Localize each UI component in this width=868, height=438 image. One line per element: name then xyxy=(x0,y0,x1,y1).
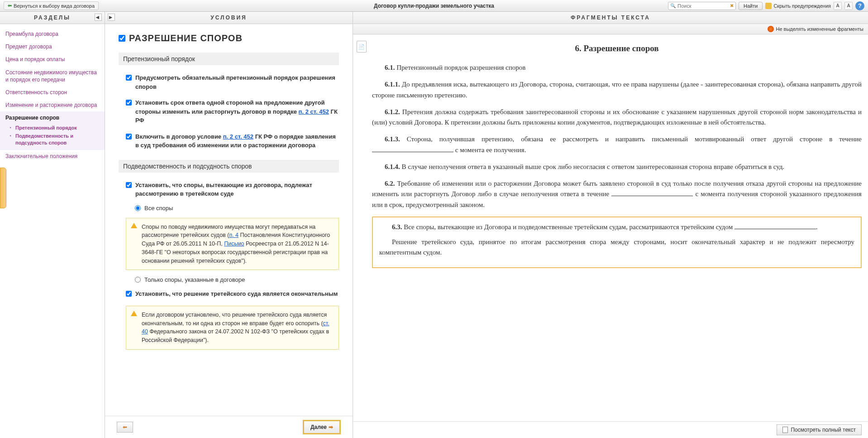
check-item-4: Установить, что споры, вытекающие из дог… xyxy=(119,177,339,202)
section-title: РАЗРЕШЕНИЕ СПОРОВ xyxy=(119,33,339,43)
check-item-5: Установить, что решение третейского суда… xyxy=(119,286,339,302)
document-title: Договор купли-продажи земельного участка xyxy=(374,3,494,9)
font-size-decrease-button[interactable]: A xyxy=(834,2,842,10)
para-6-1-2: 6.1.2. Претензия должна содержать требов… xyxy=(372,107,862,128)
section-checkbox[interactable] xyxy=(119,35,125,42)
check-label: Установить, что решение третейского суда… xyxy=(135,289,338,298)
conditions-header-label: УСЛОВИЯ xyxy=(210,14,247,21)
check-label: Установить срок ответа одной стороной на… xyxy=(135,98,339,125)
full-text-label: Посмотреть полный текст xyxy=(791,427,856,433)
search-box: 🔍 ✖ xyxy=(668,2,736,10)
sidebar-item-final[interactable]: Заключительные положения xyxy=(5,150,99,163)
checkbox-response-time[interactable] xyxy=(126,100,132,106)
fragments-body: 📄 6. Разрешение споров 6.1. Претензионны… xyxy=(353,34,868,421)
sidebar-item-label: Разрешение споров xyxy=(5,115,59,121)
highlighted-block: 6.3. Все споры, вытекающие из Договора и… xyxy=(372,217,862,268)
hide-warnings-label: Скрыть предупреждения xyxy=(773,3,831,9)
checkbox-final-decision[interactable] xyxy=(126,291,132,297)
warning-box-arbitration: Споры по поводу недвижимого имущества мо… xyxy=(126,218,339,270)
left-edge-tab[interactable] xyxy=(0,168,6,208)
hide-warnings-button[interactable]: Скрыть предупреждения xyxy=(765,3,831,9)
check-item-3: Включить в договор условие п. 2 ст. 452 … xyxy=(119,129,339,154)
blank-field xyxy=(734,229,816,229)
radio-label: Только споры, указанные в договоре xyxy=(144,276,245,283)
checkbox-arbitration[interactable] xyxy=(126,182,132,188)
check-label: Установить, что споры, вытекающие из дог… xyxy=(135,181,339,198)
para-6-3-cont: Решение третейского суда, принятое по ит… xyxy=(379,237,854,258)
warning-triangle-icon xyxy=(131,223,137,228)
sidebar-item-liability[interactable]: Ответственность сторон xyxy=(5,86,99,99)
checkbox-claim-procedure[interactable] xyxy=(126,75,132,81)
toolbar-right: 🔍 ✖ Найти Скрыть предупреждения A A ? xyxy=(668,1,864,10)
law-link[interactable]: п. 2 ст. 452 xyxy=(223,133,253,140)
sidebar-sub-jurisdiction[interactable]: Подведомственность и подсудность споров xyxy=(10,132,99,147)
sidebar-item-termination[interactable]: Изменение и расторжение договора xyxy=(5,99,99,111)
law-link[interactable]: п. 2 ст. 452 xyxy=(299,108,329,115)
radio-label: Все споры xyxy=(144,205,173,212)
main-layout: РАЗДЕЛЫ ◀ Преамбула договора Предмет дог… xyxy=(0,12,868,438)
sidebar-header-label: РАЗДЕЛЫ xyxy=(34,14,71,21)
section-title-label: РАЗРЕШЕНИЕ СПОРОВ xyxy=(129,33,243,43)
sidebar-item-disputes[interactable]: Разрешение споров Претензионный порядок … xyxy=(0,111,105,150)
back-button[interactable]: ⬅ Вернуться к выбору вида договора xyxy=(4,1,99,10)
fragment-title: 6. Разрешение споров xyxy=(372,43,862,53)
font-size-increase-button[interactable]: A xyxy=(844,2,853,10)
top-toolbar: ⬅ Вернуться к выбору вида договора Догов… xyxy=(0,0,868,12)
sidebar-sublist: Претензионный порядок Подведомственность… xyxy=(5,124,99,148)
document-icon xyxy=(782,427,788,433)
para-6-3: 6.3. Все споры, вытекающие из Договора и… xyxy=(379,222,854,232)
document-side-icon[interactable]: 📄 xyxy=(357,41,367,53)
expand-conditions-button[interactable]: ▶ xyxy=(108,14,115,21)
sidebar-item-preamble[interactable]: Преамбула договора xyxy=(5,28,99,40)
subsection-jurisdiction: Подведомственность и подсудность споров xyxy=(119,160,339,173)
conditions-footer: ⬅ Далее ➡ xyxy=(105,416,353,438)
sidebar-body: Преамбула договора Предмет договора Цена… xyxy=(0,24,105,166)
para-6-1: 6.1. Претензионный порядок разрешения сп… xyxy=(372,63,862,73)
search-input[interactable] xyxy=(676,2,730,10)
arrow-left-icon: ⬅ xyxy=(8,3,12,9)
check-item-1: Предусмотреть обязательный претензионный… xyxy=(119,70,339,95)
fragments-panel: ФРАГМЕНТЫ ТЕКСТА Не выделять измененные … xyxy=(353,12,868,438)
full-text-button[interactable]: Посмотреть полный текст xyxy=(777,424,862,435)
warning-triangle-icon xyxy=(131,311,137,316)
law-link[interactable]: п. 4 xyxy=(229,232,238,238)
check-label: Предусмотреть обязательный претензионный… xyxy=(135,73,339,91)
toggle-highlight-button[interactable]: Не выделять измененные фрагменты xyxy=(768,26,863,32)
fragments-toolbar: Не выделять измененные фрагменты xyxy=(353,24,868,34)
law-link[interactable]: Письмо xyxy=(224,241,244,247)
blank-field xyxy=(611,196,693,196)
para-6-1-4: 6.1.4. В случае неполучения ответа в ука… xyxy=(372,162,862,172)
blank-field xyxy=(372,152,453,152)
para-6-1-1: 6.1.1. До предъявления иска, вытекающего… xyxy=(372,79,862,101)
checkbox-court-procedure[interactable] xyxy=(126,134,132,140)
find-button[interactable]: Найти xyxy=(739,2,763,10)
radio-all-disputes[interactable] xyxy=(135,205,141,211)
search-icon: 🔍 xyxy=(670,3,676,8)
subsection-claim: Претензионный порядок xyxy=(119,53,339,65)
sidebar-panel: РАЗДЕЛЫ ◀ Преамбула договора Предмет дог… xyxy=(0,12,105,438)
arrow-left-icon: ⬅ xyxy=(123,424,127,430)
radio-specified-disputes[interactable] xyxy=(135,277,141,283)
clear-search-icon[interactable]: ✖ xyxy=(730,3,734,8)
next-button[interactable]: Далее ➡ xyxy=(303,420,341,434)
conditions-header: УСЛОВИЯ ▶ xyxy=(105,12,353,24)
prev-button[interactable]: ⬅ xyxy=(117,422,133,433)
collapse-sidebar-button[interactable]: ◀ xyxy=(95,14,102,21)
check-label: Включить в договор условие п. 2 ст. 452 … xyxy=(135,132,339,150)
sidebar-item-subject[interactable]: Предмет договора xyxy=(5,40,99,53)
fragments-footer: Посмотреть полный текст xyxy=(353,421,868,438)
sidebar-item-price[interactable]: Цена и порядок оплаты xyxy=(5,53,99,66)
toggle-highlight-label: Не выделять измененные фрагменты xyxy=(776,26,863,32)
next-label: Далее xyxy=(310,424,327,430)
warning-icon xyxy=(765,3,772,9)
check-item-2: Установить срок ответа одной стороной на… xyxy=(119,95,339,129)
back-label: Вернуться к выбору вида договора xyxy=(14,3,95,9)
warning-box-final: Если договором установлено, что решение … xyxy=(126,306,339,350)
para-6-2: 6.2. Требование об изменении или о расто… xyxy=(372,178,862,210)
sidebar-item-property-state[interactable]: Состояние недвижимого имущества и порядо… xyxy=(5,66,99,86)
help-button[interactable]: ? xyxy=(855,1,864,10)
sidebar-header: РАЗДЕЛЫ ◀ xyxy=(0,12,105,24)
fire-icon xyxy=(768,26,774,32)
arrow-right-icon: ➡ xyxy=(329,424,333,430)
sidebar-sub-claim[interactable]: Претензионный порядок xyxy=(10,124,99,132)
